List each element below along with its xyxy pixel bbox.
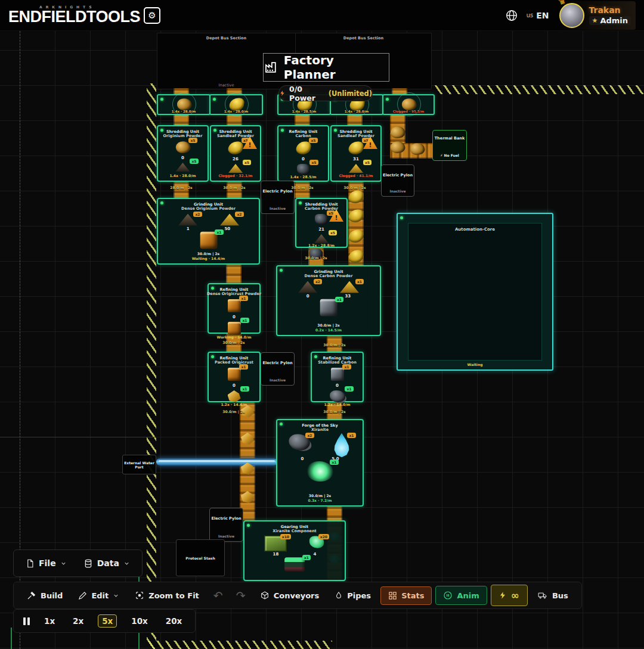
building-electric-pylon-2[interactable]: Electric PylonInactive: [261, 181, 295, 214]
stats-toggle-button[interactable]: Stats: [380, 586, 432, 605]
building-refining-dense-origicrust-powder[interactable]: Refining UnitDense Origicrust Powderx10x…: [208, 283, 261, 334]
building-status: Inactive: [218, 534, 234, 539]
building-electric-pylon-1[interactable]: Electric PylonInactive: [381, 164, 414, 197]
plant-icon: [228, 140, 244, 155]
building-refining-stabilized-carbon[interactable]: Refining UnitStabilized Carbonx10x11.2x …: [311, 352, 364, 402]
input-slot: x5: [349, 141, 363, 154]
building-shredding-sandleaf-powder-1[interactable]: !Shredding UnitSandleaf Powderx526x5Clog…: [210, 125, 261, 182]
input-slot: x20: [311, 538, 322, 546]
build-button[interactable]: Build: [21, 587, 69, 604]
anim-toggle-button[interactable]: Anim: [435, 586, 487, 605]
building-shredding-carbon-powder[interactable]: !Shredding UnitCarbon Powderx521x51.2x ·…: [295, 198, 348, 248]
building-refining-carbon[interactable]: Refining UnitCarbonx50x51.4x · 28.5/m: [277, 125, 329, 182]
output-slot: x1: [228, 390, 241, 402]
conveyor-rate-label: 30.0/m | 2s: [305, 256, 327, 260]
depot-output-port-5[interactable]: Clogged · 95.5/m: [382, 94, 435, 115]
brand-logo[interactable]: ARKNIGHTS ENDFIELDTOOLS ⚙: [8, 5, 160, 25]
building-electric-pylon-3[interactable]: Electric PylonInactive: [261, 352, 295, 386]
port-rate-label: 1.4x · 28.0/m: [158, 110, 209, 113]
speed-1x[interactable]: 1x: [41, 615, 58, 627]
role-badge: ★Admin: [589, 16, 631, 25]
input-items: x1: [228, 368, 241, 381]
buffer-count: 21: [318, 227, 324, 232]
building-external-water-port[interactable]: External Water Port: [122, 455, 156, 474]
plant-item-icon: [349, 229, 363, 243]
star-icon: ★: [592, 17, 598, 24]
ratio-badge: x5: [309, 160, 318, 165]
speed-20x[interactable]: 20x: [162, 615, 186, 627]
port-rate-label: Clogged · 95.5/m: [383, 110, 434, 113]
building-shredding-originium-powder[interactable]: Shredding UnitOriginium Powderx50x51.4x …: [157, 125, 209, 182]
conveyor-rate-label: 28.0/m | 2s: [170, 185, 192, 190]
ratio-badge: x5: [363, 160, 371, 165]
building-protocol-stash[interactable]: Protocol Stash: [176, 539, 225, 576]
globe-icon[interactable]: [505, 9, 518, 22]
water-pipe[interactable]: [156, 458, 277, 465]
ratio-badge: x1: [240, 386, 249, 392]
status-line: 30.0/m | 2s: [315, 323, 342, 328]
coal-icon: [297, 164, 310, 175]
file-menu[interactable]: File: [20, 555, 73, 572]
input-items: x2x2: [181, 215, 237, 224]
status-dot: [211, 355, 214, 358]
input-slot: x2: [222, 215, 237, 224]
speed-2x[interactable]: 2x: [69, 615, 87, 627]
pencil-icon: [78, 591, 87, 600]
pipes-button[interactable]: Pipes: [329, 587, 377, 604]
data-menu[interactable]: Data: [78, 555, 136, 572]
conveyor-segment[interactable]: [227, 182, 242, 198]
building-forge-of-the-sky-xiranite[interactable]: Forge of the SkyXiranitex2x105.0x130.0/m…: [276, 419, 364, 507]
crystal-green-icon: [306, 461, 333, 482]
conveyor-segment[interactable]: [295, 182, 310, 198]
building-shredding-sandleaf-powder-2[interactable]: !Shredding UnitSandleaf Powderx531x5Clog…: [330, 125, 382, 182]
conveyors-button[interactable]: Conveyors: [254, 587, 326, 604]
buffer-count: 0: [336, 383, 339, 388]
unlimited-power-toggle-button[interactable]: ∞: [491, 585, 528, 606]
input-items: x5: [315, 214, 328, 225]
language-selector[interactable]: us EN: [527, 11, 549, 20]
building-thermal-bank[interactable]: Thermal Bank⚡ No Fuel: [432, 130, 467, 161]
speed-5x-selected[interactable]: 5x: [98, 614, 117, 628]
output-slot: x1: [228, 322, 241, 335]
building-grinding-dense-carbon-powder[interactable]: Grinding UnitDense Carbon Powderx2x1033x…: [276, 265, 381, 336]
status-dot: [314, 355, 317, 358]
ratio-badge: x5: [188, 138, 197, 143]
zoom-to-fit-button[interactable]: Zoom to Fit: [129, 587, 205, 604]
status-line: Inactive: [218, 534, 234, 539]
factory-icon: [264, 60, 278, 74]
chevron-down-icon: [123, 560, 130, 567]
conveyor-segment[interactable]: [174, 182, 189, 198]
conveyor-segment[interactable]: [226, 265, 242, 283]
avatar[interactable]: ♛: [559, 3, 584, 28]
conveyor-rate-label: 30.0/m | 2s: [343, 185, 366, 190]
username: Trakan: [589, 5, 631, 15]
buffer-count: 26: [233, 157, 239, 162]
infinity-icon: ∞: [511, 589, 520, 601]
edit-button[interactable]: Edit: [72, 588, 125, 604]
ratio-badge: x2: [235, 212, 243, 217]
building-gearing-xiranite-component[interactable]: Gearing UnitXiranite Componentx10x20184x…: [243, 520, 346, 581]
building-electric-pylon-4[interactable]: Electric PylonInactive: [209, 508, 243, 542]
undo-button[interactable]: ↶: [209, 589, 228, 603]
building-status: 1.2x · 14.4/m: [221, 402, 247, 408]
depot-output-port-2[interactable]: 1.4x · 28.0/m: [209, 94, 263, 115]
redo-button[interactable]: ↷: [231, 589, 250, 603]
ratio-badge: x5: [329, 230, 337, 235]
user-menu[interactable]: ♛ Trakan ★Admin: [558, 1, 636, 30]
bus-button[interactable]: Bus: [531, 588, 574, 604]
buffer-count: 0: [302, 157, 305, 162]
building-grinding-dense-originium-powder[interactable]: Grinding UnitDense Originium Powderx2x21…: [157, 198, 260, 265]
building-automation-core[interactable]: Automation-CoreWaiting: [397, 213, 553, 371]
building-status: Inactive: [389, 189, 405, 194]
speed-10x[interactable]: 10x: [128, 615, 151, 627]
building-refining-packed-origicrust[interactable]: Refining UnitPacked Origicrustx10x11.2x …: [208, 352, 261, 402]
ratio-badge: x1: [347, 433, 355, 438]
input-slot: x10: [267, 538, 284, 549]
powder-gold-icon: [228, 164, 243, 173]
cube-gray-icon: [331, 368, 344, 381]
depot-output-port-1[interactable]: 1.4x · 28.0/m: [157, 94, 210, 115]
brand-title: ENDFIELDTOOLS: [8, 9, 140, 25]
status-dot: [213, 129, 216, 132]
pause-icon[interactable]: [23, 617, 30, 625]
building-status: Inactive: [270, 206, 286, 212]
